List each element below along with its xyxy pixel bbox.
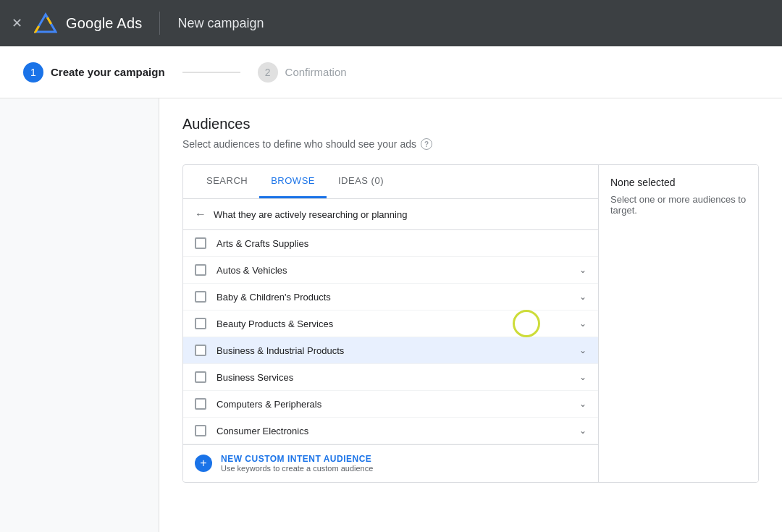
category-label-beauty-services: Beauty Products & Services [216,318,579,329]
chevron-autos-icon: ⌄ [579,265,586,275]
sidebar [0,98,159,532]
bottom-bar-subtitle: Use keywords to create a custom audience [221,464,373,473]
svg-marker-1 [35,14,56,32]
add-custom-audience-button[interactable]: + [195,455,212,472]
checkbox-consumer-electronics[interactable] [195,425,206,436]
audience-left: SEARCH BROWSE IDEAS (0) ← What they are … [183,165,599,482]
checkbox-baby-children[interactable] [195,291,206,303]
chevron-beauty-icon: ⌄ [579,318,586,329]
google-ads-logo [34,12,57,35]
step-2: 2 Confirmation [258,62,347,83]
campaign-title: New campaign [177,16,264,31]
category-item-consumer-electronics[interactable]: Consumer Electronics ⌄ [183,418,598,444]
tab-search[interactable]: SEARCH [195,165,259,198]
step-connector [182,72,240,73]
category-label-business-services: Business Services [216,372,579,383]
header: ✕ Google Ads New campaign [0,0,782,46]
category-item-business-services[interactable]: Business Services ⌄ [183,364,598,391]
category-item-autos-vehicles[interactable]: Autos & Vehicles ⌄ [183,257,598,284]
bottom-bar-text: NEW CUSTOM INTENT AUDIENCE Use keywords … [221,454,373,473]
category-item-business-industrial[interactable]: Business & Industrial Products ⌄ [183,337,598,364]
right-panel-subtitle: Select one or more audiences to target. [610,194,747,216]
browse-nav-label: What they are actively researching or pl… [214,209,407,220]
right-panel-title: None selected [610,177,747,188]
chevron-consumer-electronics-icon: ⌄ [579,426,586,436]
bottom-bar-title[interactable]: NEW CUSTOM INTENT AUDIENCE [221,454,373,464]
chevron-business-industrial-icon: ⌄ [579,345,586,355]
category-item-computers-peripherals[interactable]: Computers & Peripherals ⌄ [183,391,598,418]
chevron-computers-icon: ⌄ [579,399,586,409]
step-2-label: Confirmation [285,66,347,78]
audience-right-panel: None selected Select one or more audienc… [599,165,758,482]
checkbox-computers-peripherals[interactable] [195,398,206,410]
chevron-business-services-icon: ⌄ [579,372,586,382]
chevron-baby-icon: ⌄ [579,292,586,302]
section-subtitle: Select audiences to define who should se… [182,138,759,150]
google-ads-brand: Google Ads [66,15,142,32]
header-divider [159,12,160,35]
category-label-business-industrial: Business & Industrial Products [216,345,579,356]
audience-panel: SEARCH BROWSE IDEAS (0) ← What they are … [182,164,759,483]
browse-nav: ← What they are actively researching or … [183,199,598,230]
category-item-arts-crafts[interactable]: Arts & Crafts Supplies [183,230,598,257]
close-button[interactable]: ✕ [12,15,22,31]
tab-ideas[interactable]: IDEAS (0) [327,165,395,198]
category-list: Arts & Crafts Supplies Autos & Vehicles … [183,230,598,444]
checkbox-autos-vehicles[interactable] [195,264,206,276]
checkbox-arts-crafts[interactable] [195,237,206,249]
subtitle-text: Select audiences to define who should se… [182,138,416,150]
step-2-circle: 2 [258,62,278,83]
bottom-bar: + NEW CUSTOM INTENT AUDIENCE Use keyword… [183,444,598,481]
svg-marker-0 [35,14,56,32]
category-item-baby-children[interactable]: Baby & Children's Products ⌄ [183,284,598,311]
tabs-bar: SEARCH BROWSE IDEAS (0) [183,165,598,199]
content-area: Audiences Select audiences to define who… [159,98,782,532]
steps-bar: 1 Create your campaign 2 Confirmation [0,46,782,98]
back-arrow-icon[interactable]: ← [195,208,206,221]
checkbox-beauty-services[interactable] [195,318,206,329]
tab-browse[interactable]: BROWSE [259,165,327,198]
category-label-consumer-electronics: Consumer Electronics [216,426,579,436]
category-label-computers-peripherals: Computers & Peripherals [216,399,579,410]
checkbox-business-industrial[interactable] [195,345,206,356]
step-1-circle: 1 [23,62,43,83]
section-title: Audiences [182,116,759,132]
main-layout: Audiences Select audiences to define who… [0,98,782,532]
step-1: 1 Create your campaign [23,62,165,83]
category-label-arts-crafts: Arts & Crafts Supplies [216,238,586,249]
step-1-label: Create your campaign [51,66,165,78]
checkbox-business-services[interactable] [195,371,206,383]
category-label-baby-children: Baby & Children's Products [216,292,579,303]
category-label-autos-vehicles: Autos & Vehicles [216,265,579,276]
category-item-beauty-services[interactable]: Beauty Products & Services ⌄ [183,311,598,337]
help-icon[interactable]: ? [421,138,432,150]
